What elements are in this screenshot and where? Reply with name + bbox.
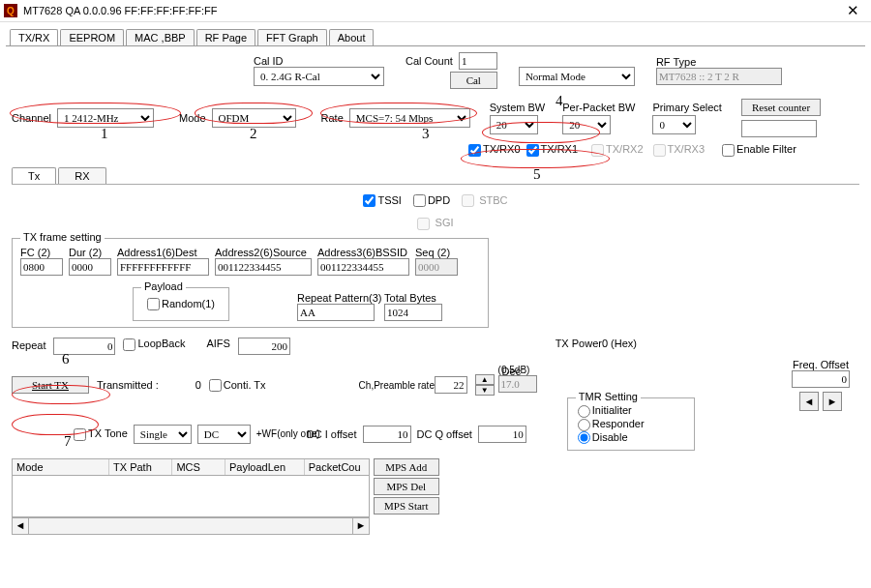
start-tx-button[interactable]: Start TX <box>12 376 89 394</box>
chpre-down-icon[interactable]: ▼ <box>475 385 495 396</box>
tx-frame-legend: TX frame setting <box>20 231 105 243</box>
transmitted-label: Transmitted : <box>97 379 159 391</box>
freq-input[interactable] <box>792 370 850 388</box>
addr3-input[interactable] <box>317 258 409 276</box>
payload-legend: Payload <box>141 280 186 292</box>
rate-select[interactable]: MCS=7: 54 Mbps <box>349 108 470 128</box>
addr2-label: Address2(6)Source <box>215 247 312 258</box>
col-packetcount[interactable]: PacketCou <box>305 459 369 475</box>
addr2-input[interactable] <box>215 258 312 276</box>
tmr-legend: TMR Setting <box>576 391 641 402</box>
addr1-label: Address1(6)Dest <box>117 247 209 258</box>
txtone-check[interactable]: TX Tone <box>74 427 128 441</box>
txpower-label: TX Power0 (Hex) <box>556 338 637 349</box>
txrx2-check: TX/RX2 <box>591 143 644 157</box>
calid-select[interactable]: 0. 2.4G R-Cal <box>254 67 384 86</box>
chpreamble-input[interactable] <box>435 376 467 394</box>
tmr-resp-radio[interactable]: Responder <box>578 418 645 429</box>
channel-label: Channel <box>12 112 51 124</box>
sgi-check: SGI <box>417 217 453 230</box>
dpd-check[interactable]: DPD <box>413 194 450 208</box>
fc-label: FC (2) <box>20 247 63 258</box>
dc-select[interactable]: DC <box>197 425 251 444</box>
app-icon: Q <box>4 4 17 17</box>
mps-start-button[interactable]: MPS Start <box>374 497 439 514</box>
mps-add-button[interactable]: MPS Add <box>374 458 439 476</box>
tab-macbbp[interactable]: MAC ,BBP <box>126 29 195 45</box>
mps-del-button[interactable]: MPS Del <box>374 478 439 495</box>
tone-select[interactable]: Single <box>134 425 192 444</box>
tmr-dis-radio[interactable]: Disable <box>578 431 628 443</box>
titlebar: Q MT7628 QA 0.0.0.96 FF:FF:FF:FF:FF:FF ✕ <box>0 0 871 22</box>
totalbytes-input[interactable] <box>384 304 442 321</box>
dur-label: Dur (2) <box>69 247 111 258</box>
ann-3: 3 <box>422 126 430 142</box>
sysbw-label: System BW <box>490 102 545 113</box>
totalbytes-label: Total Bytes <box>384 292 442 304</box>
addr1-input[interactable] <box>117 258 209 276</box>
channel-select[interactable]: 1 2412-MHz <box>57 108 154 128</box>
aifs-input[interactable] <box>238 338 290 355</box>
ann-2: 2 <box>250 126 257 142</box>
rftype-input <box>656 68 782 85</box>
tab-rfpage[interactable]: RF Page <box>196 29 255 45</box>
cal-button[interactable]: Cal <box>450 72 497 89</box>
conti-check[interactable]: Conti. Tx <box>209 379 266 393</box>
loopback-check[interactable]: LoopBack <box>123 338 185 351</box>
col-payloadlen[interactable]: PayloadLen <box>225 459 305 475</box>
fc-input[interactable] <box>20 258 63 276</box>
transmitted-value: 0 <box>166 379 201 391</box>
calcount-label: Cal Count <box>405 55 453 67</box>
rate-label: Rate <box>321 112 344 124</box>
tab-txrx[interactable]: TX/RX <box>10 29 58 45</box>
dec-label: Dec <box>502 366 522 377</box>
mode-label: Mode <box>179 112 206 124</box>
dcq-label: DC Q offset <box>417 428 472 440</box>
dur-input[interactable] <box>69 258 111 276</box>
col-mcs[interactable]: MCS <box>172 459 225 475</box>
tmr-init-radio[interactable]: Initialiter <box>578 404 632 416</box>
ppbw-select[interactable]: 20 <box>562 115 611 134</box>
repeatpattern-label: Repeat Pattern(3) <box>297 292 375 304</box>
stbc-check: STBC <box>462 194 507 208</box>
dci-label: DC I offset <box>307 428 357 440</box>
freq-right-icon[interactable]: ► <box>823 392 842 411</box>
window-title: MT7628 QA 0.0.0.96 FF:FF:FF:FF:FF:FF <box>23 5 217 16</box>
prim-select[interactable]: 0 <box>652 115 696 134</box>
chpreamble-label: Ch,Preamble rateTXPath <box>359 380 427 391</box>
tssi-check[interactable]: TSSI <box>363 194 401 208</box>
normalmode-select[interactable]: Normal Mode <box>519 67 635 86</box>
tab-fft[interactable]: FFT Graph <box>257 29 327 45</box>
close-icon[interactable]: ✕ <box>839 0 867 21</box>
ann-1: 1 <box>101 126 108 142</box>
subtab-tx[interactable]: Tx <box>12 167 56 184</box>
dcq-input[interactable] <box>478 426 526 443</box>
ann-7: 7 <box>64 433 72 450</box>
seq-label: Seq (2) <box>415 247 458 258</box>
list-body[interactable] <box>12 476 370 517</box>
chpre-up-icon[interactable]: ▲ <box>475 374 495 385</box>
txrx1-check[interactable]: TX/RX1 <box>526 143 579 157</box>
col-mode[interactable]: Mode <box>13 459 109 475</box>
freq-left-icon[interactable]: ◄ <box>799 392 819 411</box>
counter-input[interactable] <box>741 120 817 137</box>
tab-about[interactable]: About <box>329 29 375 45</box>
reset-counter-button[interactable]: Reset counter <box>741 99 821 116</box>
ann-4: 4 <box>556 93 563 109</box>
dec-input <box>498 375 537 393</box>
txrx0-check[interactable]: TX/RX0 <box>468 143 521 157</box>
rftype-label: RF Type <box>656 56 782 68</box>
repeatpattern-input[interactable] <box>297 304 375 321</box>
ann-5: 5 <box>533 166 541 183</box>
tab-eeprom[interactable]: EEPROM <box>60 29 124 45</box>
mode-select[interactable]: OFDM <box>212 108 296 128</box>
enable-filter-check[interactable]: Enable Filter <box>722 143 796 157</box>
h-scrollbar[interactable]: ◄► <box>12 517 370 535</box>
calcount-input[interactable] <box>459 52 497 70</box>
random-check[interactable]: Random(1) <box>147 298 215 309</box>
col-txpath[interactable]: TX Path <box>109 459 172 475</box>
sysbw-select[interactable]: 20 <box>490 115 538 134</box>
dci-input[interactable] <box>363 426 411 443</box>
subtab-rx[interactable]: RX <box>58 167 105 184</box>
tx-frame-group: TX frame setting FC (2) Dur (2) Address1… <box>12 238 489 329</box>
